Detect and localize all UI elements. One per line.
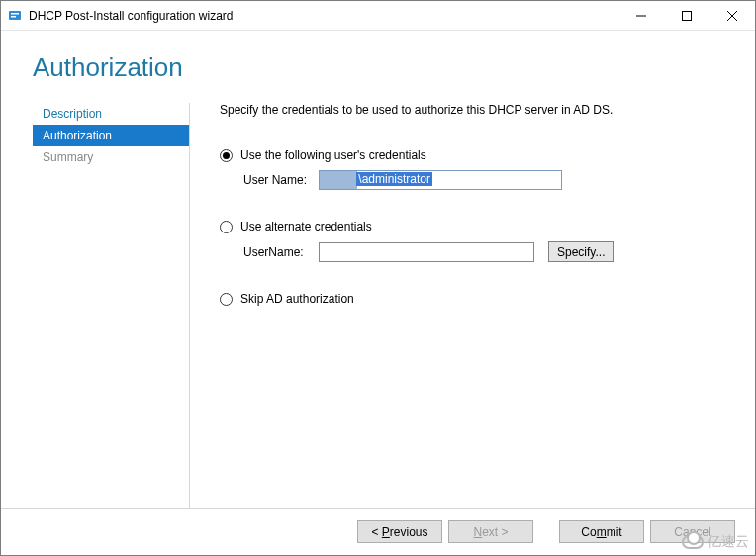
username-row-1: User Name: \administrator [243, 170, 735, 190]
sidebar-item-summary: Summary [33, 146, 189, 168]
svg-rect-2 [11, 16, 16, 18]
specify-button[interactable]: Specify... [548, 241, 614, 262]
option-skip[interactable]: Skip AD authorization [220, 292, 735, 306]
page-heading: Authorization [1, 31, 755, 89]
radio-skip[interactable] [220, 293, 233, 306]
username-input-1[interactable]: \administrator [319, 170, 562, 190]
option-use-following[interactable]: Use the following user's credentials [220, 148, 735, 162]
wizard-footer: < PPreviousrevious Next >Next CommitComm… [1, 508, 755, 555]
svg-rect-1 [11, 13, 19, 15]
wizard-body: Description Authorization Summary Specif… [1, 89, 755, 508]
username-input-2[interactable] [319, 242, 534, 262]
previous-button[interactable]: < PPreviousrevious [357, 520, 442, 543]
username-row-2: UserName: Specify... [243, 241, 735, 262]
username-label-2: UserName: [243, 245, 313, 259]
content-pane: Specify the credentials to be used to au… [204, 103, 735, 508]
option-alternate-label: Use alternate credentials [240, 220, 372, 233]
sidebar-item-description[interactable]: Description [33, 103, 189, 125]
window-title: DHCP Post-Install configuration wizard [29, 9, 618, 23]
svg-rect-4 [683, 11, 692, 20]
radio-use-following[interactable] [220, 149, 233, 162]
titlebar: DHCP Post-Install configuration wizard [1, 1, 755, 31]
sidebar-item-authorization[interactable]: Authorization [33, 125, 189, 146]
window-controls [618, 1, 755, 30]
wizard-window: DHCP Post-Install configuration wizard A… [0, 0, 756, 556]
instruction-text: Specify the credentials to be used to au… [220, 103, 735, 117]
cancel-button: Cancel [650, 520, 735, 543]
svg-rect-0 [9, 11, 21, 20]
option-skip-label: Skip AD authorization [240, 292, 354, 306]
vertical-divider [189, 103, 190, 508]
username-label-1: User Name: [243, 173, 313, 187]
next-button: Next >Next [448, 520, 533, 543]
commit-button[interactable]: CommitCommit [559, 520, 644, 543]
wizard-steps-sidebar: Description Authorization Summary [33, 103, 189, 508]
username-selected-text: \administrator [356, 172, 432, 186]
option-alternate[interactable]: Use alternate credentials [220, 220, 735, 233]
option-use-following-label: Use the following user's credentials [240, 148, 426, 162]
app-icon [7, 8, 23, 24]
radio-alternate[interactable] [220, 221, 233, 233]
minimize-button[interactable] [618, 1, 664, 30]
maximize-button[interactable] [664, 1, 709, 30]
close-button[interactable] [709, 1, 755, 30]
